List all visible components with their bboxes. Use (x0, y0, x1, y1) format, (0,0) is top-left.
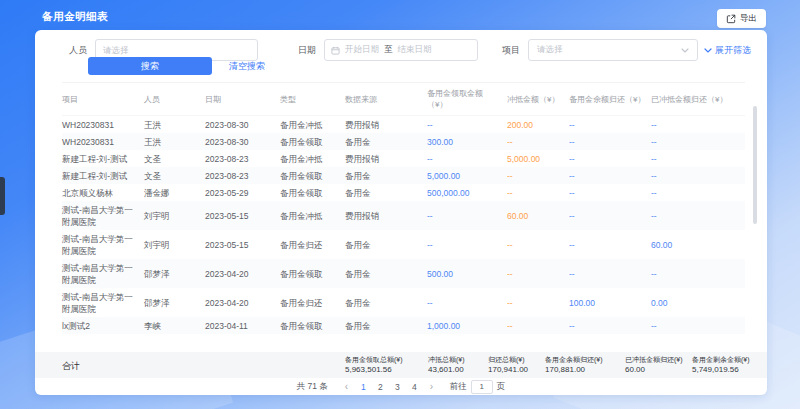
table-row: 测试-南昌大学第一附属医院 邵梦泽 2023-04-20 备用金领取 备用金 5… (62, 259, 745, 288)
cell-source: 备用金 (345, 288, 427, 317)
stat-label: 备用金领取总额(¥) (345, 355, 428, 364)
cell-offset-amount: -- (507, 230, 569, 259)
expand-chevron-icon (704, 48, 712, 53)
cell-person: 潘金娜 (144, 184, 205, 201)
cell-date: 2023-08-23 (205, 150, 280, 167)
table-scrollbar[interactable] (753, 106, 757, 224)
page-number-button[interactable]: 1 (355, 382, 372, 392)
table-row: 新建工程-刘-测试 文圣 2023-08-23 备用金冲抵 费用报销 -- 5,… (62, 150, 745, 167)
cell-received-amount: 10,000.00 (427, 334, 507, 338)
cell-offset-return: -- (651, 334, 745, 338)
stat-value: 60.00 (625, 365, 692, 375)
cell-type: 备用金领取 (280, 317, 345, 334)
cell-type: 备用金冲抵 (280, 116, 345, 134)
clear-search-link[interactable]: 清空搜索 (229, 60, 265, 73)
cell-date: 2023-04-04 (205, 334, 280, 338)
cell-source: 备用金 (345, 334, 427, 338)
page-number-button[interactable]: 4 (406, 382, 423, 392)
table-row: WH20230831 王洪 2023-08-30 备用金领取 备用金 300.0… (62, 133, 745, 150)
cell-received-amount: 1,000.00 (427, 317, 507, 334)
cell-received-amount: 5,000.00 (427, 167, 507, 184)
prev-page-button[interactable]: ‹ (338, 381, 355, 392)
cell-person: 王洪 (144, 116, 205, 134)
cell-date: 2023-04-11 (205, 317, 280, 334)
table-header-row: 项目 人员 日期 类型 数据来源 备用金领取金额（¥） 冲抵金额（¥） 备用金余… (62, 83, 745, 116)
cell-source: 费用报销 (345, 116, 427, 134)
date-range-picker[interactable]: 开始日期 至 结束日期 (324, 39, 478, 61)
cell-received-amount: -- (427, 288, 507, 317)
page-list: 1234 (355, 382, 423, 392)
project-label: 项目 (502, 44, 520, 57)
cell-type: 备用金领取 (280, 334, 345, 338)
stat-value: 170,941.00 (488, 365, 545, 375)
cell-offset-amount: 60.00 (507, 201, 569, 230)
expand-filter-link[interactable]: 展开筛选 (704, 44, 751, 57)
summary-stats: 备用金领取总额(¥) 5,963,501.56 冲抵总额(¥) 43,601.0… (345, 352, 767, 378)
table-row: 北京顺义杨林 潘金娜 2023-05-29 备用金领取 备用金 500,000.… (62, 184, 745, 201)
cell-received-amount: -- (427, 230, 507, 259)
cell-type: 备用金领取 (280, 184, 345, 201)
next-page-button[interactable]: › (423, 381, 440, 392)
cell-received-amount: -- (427, 116, 507, 134)
goto-label: 前往 (450, 381, 467, 393)
cell-person: 文圣 (144, 167, 205, 184)
sidebar-handle[interactable] (0, 177, 5, 215)
summary-stat-item: 备用金剩余金额(¥) 5,749,019.56 (692, 355, 767, 375)
cell-offset-return: 60.00 (651, 230, 745, 259)
cell-offset-return: -- (651, 116, 745, 134)
cell-type: 备用金归还 (280, 288, 345, 317)
cell-person: 王洪 (144, 133, 205, 150)
cell-person: 李峡 (144, 334, 205, 338)
filter-actions: 搜索 清空搜索 (88, 57, 265, 75)
table-row: 测试-南昌大学第一附属医院 刘宇明 2023-05-15 备用金冲抵 费用报销 … (62, 201, 745, 230)
table-row: lx测试2 李峡 2023-04-04 备用金领取 备用金 10,000.00 … (62, 334, 745, 338)
cell-date: 2023-05-15 (205, 201, 280, 230)
column-header-project: 项目 (62, 83, 144, 116)
table-row: 测试-南昌大学第一附属医院 刘宇明 2023-05-15 备用金归还 备用金 -… (62, 230, 745, 259)
cell-received-amount: -- (427, 201, 507, 230)
cell-received-amount: -- (427, 150, 507, 167)
goto-page-input[interactable] (471, 380, 493, 394)
page-number-button[interactable]: 3 (389, 382, 406, 392)
summary-stat-item: 已冲抵金额归还(¥) 60.00 (625, 355, 692, 375)
cell-balance-return: -- (569, 150, 651, 167)
cell-received-amount: 300.00 (427, 133, 507, 150)
stat-value: 5,963,501.56 (345, 365, 428, 375)
petty-cash-table: 项目 人员 日期 类型 数据来源 备用金领取金额（¥） 冲抵金额（¥） 备用金余… (62, 82, 745, 338)
cell-project: lx测试2 (62, 317, 144, 334)
column-header-type: 类型 (280, 83, 345, 116)
screen: 备用金明细表 导出 人员 日期 开始日期 至 结束 (0, 0, 800, 409)
cell-balance-return: -- (569, 230, 651, 259)
cell-person: 邵梦泽 (144, 259, 205, 288)
column-header-source: 数据来源 (345, 83, 427, 116)
cell-balance-return: -- (569, 116, 651, 134)
calendar-icon (331, 46, 340, 55)
export-button[interactable]: 导出 (717, 9, 766, 28)
column-header-offset-amount: 冲抵金额（¥） (507, 83, 569, 116)
project-select[interactable]: 请选择 (528, 39, 698, 61)
table-area: 项目 人员 日期 类型 数据来源 备用金领取金额（¥） 冲抵金额（¥） 备用金余… (35, 82, 767, 338)
main-card: 人员 日期 开始日期 至 结束日期 项目 请选择 (35, 30, 767, 395)
search-button[interactable]: 搜索 (88, 57, 212, 75)
cell-source: 备用金 (345, 167, 427, 184)
stat-value: 5,749,019.56 (692, 365, 767, 375)
cell-person: 刘宇明 (144, 230, 205, 259)
cell-received-amount: 500,000.00 (427, 184, 507, 201)
page-number-button[interactable]: 2 (372, 382, 389, 392)
cell-source: 备用金 (345, 259, 427, 288)
cell-balance-return: -- (569, 167, 651, 184)
cell-date: 2023-08-23 (205, 167, 280, 184)
column-header-offset-return: 已冲抵金额归还（¥） (651, 83, 745, 116)
cell-offset-return: -- (651, 167, 745, 184)
project-placeholder: 请选择 (537, 44, 563, 56)
column-header-date: 日期 (205, 83, 280, 116)
stat-label: 备用金剩余金额(¥) (692, 355, 767, 364)
cell-source: 备用金 (345, 184, 427, 201)
chevron-down-icon (681, 48, 689, 53)
cell-project: 新建工程-刘-测试 (62, 167, 144, 184)
page-title: 备用金明细表 (42, 10, 108, 24)
date-start-placeholder: 开始日期 (345, 44, 379, 56)
cell-person: 李峡 (144, 317, 205, 334)
stat-label: 冲抵总额(¥) (428, 355, 488, 364)
summary-row: 合计 备用金领取总额(¥) 5,963,501.56 冲抵总额(¥) 43,60… (35, 352, 767, 378)
